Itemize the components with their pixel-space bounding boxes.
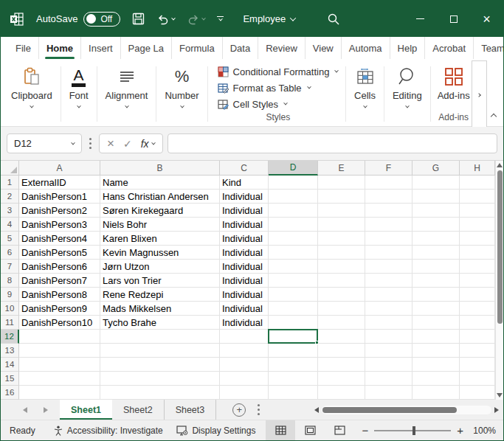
cell-A14[interactable] <box>19 358 100 372</box>
cell-G12[interactable] <box>412 330 460 344</box>
cell-B14[interactable] <box>100 358 220 372</box>
cell-C13[interactable] <box>220 344 269 358</box>
cell-A16[interactable] <box>19 386 100 400</box>
row-header-2[interactable]: 2 <box>1 190 19 204</box>
cell-F7[interactable] <box>365 260 412 274</box>
cell-D6[interactable] <box>269 246 318 260</box>
cell-A10[interactable]: DanishPerson9 <box>19 302 100 316</box>
cell-F11[interactable] <box>365 316 412 330</box>
column-header-B[interactable]: B <box>100 161 220 176</box>
cell-F2[interactable] <box>365 190 412 204</box>
cell-H1[interactable] <box>460 176 495 190</box>
cell-H12[interactable] <box>460 330 495 344</box>
cell-E11[interactable] <box>318 316 365 330</box>
search-button[interactable] <box>327 13 340 26</box>
cell-H16[interactable] <box>460 386 495 400</box>
ribbon-tab-automa[interactable]: Automa <box>342 37 390 59</box>
zoom-level[interactable]: 100% <box>468 426 496 436</box>
cell-C1[interactable]: Kind <box>220 176 269 190</box>
collapse-ribbon-button[interactable] <box>487 62 502 126</box>
cell-B1[interactable]: Name <box>100 176 220 190</box>
editing-group-button[interactable]: Editing <box>387 62 428 126</box>
cell-D10[interactable] <box>269 302 318 316</box>
cell-H14[interactable] <box>460 358 495 372</box>
cell-A7[interactable]: DanishPerson6 <box>19 260 100 274</box>
cell-B6[interactable]: Kevin Magnussen <box>100 246 220 260</box>
column-header-C[interactable]: C <box>220 161 269 176</box>
display-settings-button[interactable]: Display Settings <box>176 426 255 436</box>
sheet-tab-sheet1[interactable]: Sheet1 <box>60 400 112 420</box>
cell-A11[interactable]: DanishPerson10 <box>19 316 100 330</box>
cell-E4[interactable] <box>318 218 365 232</box>
row-header-14[interactable]: 14 <box>1 358 19 372</box>
cell-H15[interactable] <box>460 372 495 386</box>
name-box[interactable]: D12 <box>7 133 82 153</box>
horizontal-scroll-thumb[interactable] <box>322 407 457 413</box>
undo-button[interactable] <box>156 13 175 25</box>
ribbon-tab-data[interactable]: Data <box>223 37 258 59</box>
cell-G2[interactable] <box>412 190 460 204</box>
cell-E8[interactable] <box>318 274 365 288</box>
cell-H7[interactable] <box>460 260 495 274</box>
clipboard-group-button[interactable]: Clipboard <box>5 62 58 126</box>
cell-H4[interactable] <box>460 218 495 232</box>
scroll-right-icon[interactable] <box>494 407 499 413</box>
cell-D11[interactable] <box>269 316 318 330</box>
cell-C11[interactable]: Individual <box>220 316 269 330</box>
cell-F14[interactable] <box>365 358 412 372</box>
sheet-tab-sheet2[interactable]: Sheet2 <box>112 400 165 420</box>
cell-H8[interactable] <box>460 274 495 288</box>
insert-function-button[interactable]: fx <box>141 138 155 150</box>
autosave-toggle[interactable]: Off <box>83 12 120 27</box>
vertical-scroll-thumb[interactable] <box>497 170 503 324</box>
cell-B12[interactable] <box>100 330 220 344</box>
zoom-out-button[interactable]: − <box>362 425 368 436</box>
horizontal-scrollbar[interactable] <box>314 403 499 417</box>
minimize-button[interactable] <box>404 1 437 37</box>
cell-H3[interactable] <box>460 204 495 218</box>
cell-C15[interactable] <box>220 372 269 386</box>
cell-D15[interactable] <box>269 372 318 386</box>
row-header-5[interactable]: 5 <box>1 232 19 246</box>
cell-G5[interactable] <box>412 232 460 246</box>
cell-C4[interactable]: Individual <box>220 218 269 232</box>
ribbon-tab-home[interactable]: Home <box>39 37 81 59</box>
cell-E16[interactable] <box>318 386 365 400</box>
ribbon-tab-insert[interactable]: Insert <box>81 37 121 59</box>
excel-logo-icon[interactable] <box>10 12 24 27</box>
cell-F3[interactable] <box>365 204 412 218</box>
format-as-table-button[interactable]: Format as Table <box>218 80 339 96</box>
addins-button-label[interactable]: Add-ins <box>438 90 470 101</box>
cell-G8[interactable] <box>412 274 460 288</box>
page-layout-view-button[interactable] <box>295 420 325 440</box>
cell-B9[interactable]: Rene Redzepi <box>100 288 220 302</box>
maximize-button[interactable] <box>437 1 470 37</box>
row-header-8[interactable]: 8 <box>1 274 19 288</box>
cell-C5[interactable]: Individual <box>220 232 269 246</box>
cell-G11[interactable] <box>412 316 460 330</box>
cell-E14[interactable] <box>318 358 365 372</box>
cell-C9[interactable]: Individual <box>220 288 269 302</box>
cell-G3[interactable] <box>412 204 460 218</box>
prev-sheet-icon[interactable] <box>23 407 27 413</box>
sheet-tab-sheet3[interactable]: Sheet3 <box>165 400 217 420</box>
cell-G9[interactable] <box>412 288 460 302</box>
cell-B5[interactable]: Karen Blixen <box>100 232 220 246</box>
cell-E10[interactable] <box>318 302 365 316</box>
column-header-E[interactable]: E <box>318 161 365 176</box>
ribbon-tab-acrobat[interactable]: Acrobat <box>425 37 474 59</box>
ribbon-tab-formula[interactable]: Formula <box>172 37 223 59</box>
zoom-slider[interactable] <box>374 430 451 431</box>
sheet-options-icon[interactable] <box>258 409 260 411</box>
cell-D13[interactable] <box>269 344 318 358</box>
close-button[interactable]: × <box>470 1 503 37</box>
column-header-G[interactable]: G <box>412 161 460 176</box>
number-group-button[interactable]: % Number <box>159 62 204 126</box>
font-group-button[interactable]: A Font <box>63 62 94 126</box>
row-header-15[interactable]: 15 <box>1 372 19 386</box>
cell-B3[interactable]: Søren Kirekegaard <box>100 204 220 218</box>
cell-F1[interactable] <box>365 176 412 190</box>
alignment-group-button[interactable]: Alignment <box>100 62 154 126</box>
cell-G4[interactable] <box>412 218 460 232</box>
ribbon-tab-view[interactable]: View <box>305 37 342 59</box>
